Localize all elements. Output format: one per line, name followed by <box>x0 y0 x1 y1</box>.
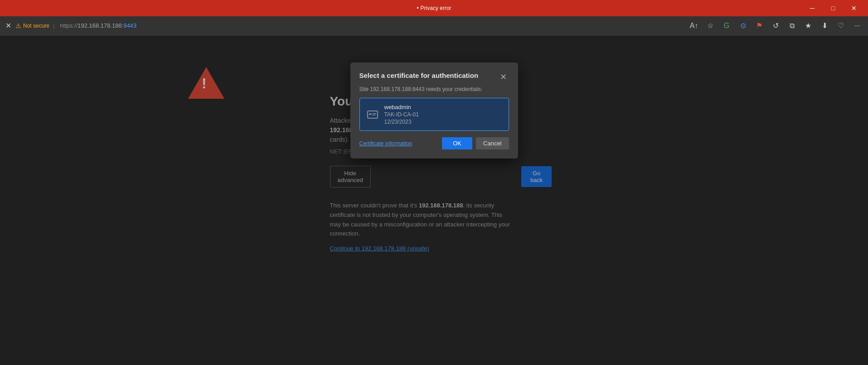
dialog-subtitle: Site 192.168.178.188:8443 needs your cre… <box>359 86 509 92</box>
minimize-button[interactable]: ─ <box>802 0 823 16</box>
window-close-button[interactable]: ✕ <box>844 0 864 16</box>
url-host: 192.168.178.188 <box>78 22 122 29</box>
cert-details: webadmin TAK-ID-CA-01 12/23/2023 <box>384 104 419 125</box>
cert-info-link[interactable]: Certificate information <box>359 140 412 147</box>
cancel-button[interactable]: Cancel <box>476 137 509 149</box>
dialog-actions: OK Cancel <box>442 137 509 149</box>
refresh-icon[interactable]: ↺ <box>768 19 783 33</box>
cert-issuer: TAK-ID-CA-01 <box>384 111 419 118</box>
title-bar-center: • Privacy error <box>417 5 451 11</box>
toolbar-right: A↑ ☆ G ⊙ ⚑ ↺ ⧉ ★ ⬇ ♡ ··· <box>687 19 864 33</box>
dialog-title: Select a certificate for authentication <box>359 72 479 79</box>
cert-date: 12/23/2023 <box>384 119 419 125</box>
title-bar: • Privacy error ─ □ ✕ <box>0 0 868 16</box>
window-controls: ─ □ ✕ <box>802 0 864 16</box>
address-separator: | <box>53 23 54 29</box>
wallet-icon[interactable]: ⊙ <box>736 19 750 33</box>
svg-rect-1 <box>369 113 372 115</box>
feedback-icon[interactable]: ♡ <box>834 19 848 33</box>
url-protocol: https:// <box>60 22 78 29</box>
maximize-button[interactable]: □ <box>823 0 844 16</box>
cert-dialog: Select a certificate for authentication … <box>350 62 518 158</box>
address-bar-row: ✕ ⚠ Not secure | https://192.168.178.188… <box>0 16 868 35</box>
cert-card-icon <box>366 108 379 121</box>
menu-icon[interactable]: ··· <box>850 19 864 33</box>
dialog-close-button[interactable]: ✕ <box>498 72 509 82</box>
split-screen-icon[interactable]: ⧉ <box>785 19 799 33</box>
url-port: :8443 <box>122 22 137 29</box>
warning-icon: ⚠ <box>15 22 21 29</box>
extension-icon[interactable]: ⚑ <box>752 19 766 33</box>
dialog-footer: Certificate information OK Cancel <box>359 137 509 149</box>
address-url[interactable]: https://192.168.178.188:8443 <box>60 22 136 29</box>
cert-name: webadmin <box>384 104 419 110</box>
ok-button[interactable]: OK <box>442 137 472 149</box>
not-secure-badge: ⚠ Not secure | https://192.168.178.188:8… <box>15 22 136 29</box>
favorites-icon[interactable]: ☆ <box>703 19 718 33</box>
not-secure-label: Not secure <box>23 23 49 29</box>
dialog-header: Select a certificate for authentication … <box>359 72 509 82</box>
tab-close-icon[interactable]: ✕ <box>4 21 13 30</box>
profile-icon[interactable]: G <box>719 19 734 33</box>
downloads-icon[interactable]: ⬇ <box>817 19 832 33</box>
title-bar-title: Privacy error <box>421 5 451 11</box>
cert-option[interactable]: webadmin TAK-ID-CA-01 12/23/2023 <box>359 98 509 131</box>
collections-icon[interactable]: ★ <box>801 19 815 33</box>
address-bar-left: ✕ ⚠ Not secure | https://192.168.178.188… <box>4 21 136 30</box>
title-bar-dot: • <box>417 5 418 11</box>
translate-icon[interactable]: A↑ <box>687 19 701 33</box>
modal-overlay: Select a certificate for authentication … <box>0 35 868 365</box>
